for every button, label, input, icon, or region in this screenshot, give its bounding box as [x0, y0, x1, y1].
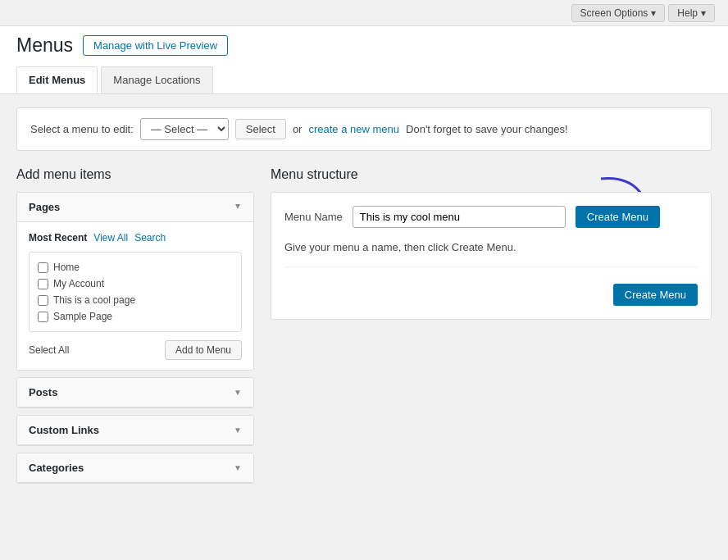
page-title: Menus — [16, 34, 73, 57]
list-item: My Account — [38, 275, 233, 292]
tabs-container: Edit Menus Manage Locations — [16, 66, 712, 93]
pages-collapse-icon: ▲ — [234, 203, 242, 212]
list-item: Home — [38, 259, 233, 275]
sub-tab-view-all[interactable]: View All — [93, 232, 128, 244]
page-header: Menus Manage with Live Preview Edit Menu… — [0, 26, 728, 94]
screen-options-label: Screen Options — [580, 7, 648, 19]
select-menu-bar: Select a menu to edit: — Select — Select… — [16, 107, 712, 151]
help-label: Help — [677, 7, 698, 19]
page-label-my-account: My Account — [53, 278, 104, 289]
select-all-link[interactable]: Select All — [29, 344, 69, 356]
sub-tab-search[interactable]: Search — [134, 232, 166, 244]
tab-edit-menus[interactable]: Edit Menus — [16, 66, 98, 93]
page-checkbox-cool-page[interactable] — [38, 295, 48, 306]
menu-name-row: Menu Name Create Menu — [284, 206, 698, 228]
pages-accordion-header[interactable]: Pages ▲ — [17, 193, 253, 222]
add-to-menu-button[interactable]: Add to Menu — [165, 340, 242, 360]
create-new-menu-link[interactable]: create a new menu — [308, 123, 399, 135]
posts-accordion-header[interactable]: Posts ▼ — [17, 378, 253, 407]
menu-structure-box: Menu Name Create Menu Give your menu a n… — [271, 192, 712, 320]
page-checkbox-home[interactable] — [38, 262, 48, 273]
posts-accordion-label: Posts — [29, 386, 57, 398]
list-item: This is a cool page — [38, 292, 233, 308]
list-item: Sample Page — [38, 308, 233, 325]
page-checkbox-sample-page[interactable] — [38, 312, 48, 322]
categories-accordion-label: Categories — [29, 462, 84, 474]
add-menu-items-panel: Add menu items Pages ▲ Most Recent View … — [16, 167, 254, 490]
select-menu-button[interactable]: Select — [235, 119, 286, 139]
menu-structure-panel: Menu structure Menu Name Create Menu — [271, 167, 712, 320]
pages-list: Home My Account This is a cool page — [29, 252, 242, 332]
select-menu-label: Select a menu to edit: — [30, 123, 134, 135]
pages-accordion-body: Most Recent View All Search Home My Acco… — [17, 222, 253, 370]
pages-accordion-label: Pages — [29, 201, 60, 213]
create-menu-button-top[interactable]: Create Menu — [576, 206, 660, 228]
top-bar: Screen Options ▾ Help ▾ — [0, 0, 728, 26]
tab-manage-locations[interactable]: Manage Locations — [101, 66, 212, 93]
menu-hint-text: Give your menu a name, then click Create… — [284, 241, 698, 267]
page-label-cool-page: This is a cool page — [53, 294, 135, 306]
main-content: Select a menu to edit: — Select — Select… — [0, 94, 728, 503]
pages-sub-tabs: Most Recent View All Search — [29, 232, 242, 244]
create-menu-footer: Create Menu — [284, 284, 698, 306]
two-column-layout: Add menu items Pages ▲ Most Recent View … — [16, 167, 712, 490]
custom-links-accordion-label: Custom Links — [29, 424, 99, 436]
menu-name-label: Menu Name — [284, 211, 343, 223]
menu-select-dropdown[interactable]: — Select — — [140, 118, 229, 140]
screen-options-chevron-icon: ▾ — [651, 7, 656, 19]
pages-accordion-footer: Select All Add to Menu — [29, 340, 242, 360]
custom-links-accordion-header[interactable]: Custom Links ▼ — [17, 416, 253, 445]
pages-accordion: Pages ▲ Most Recent View All Search Hom — [16, 192, 254, 371]
help-chevron-icon: ▾ — [701, 7, 706, 19]
custom-links-expand-icon: ▼ — [234, 426, 242, 435]
or-text: or — [293, 123, 303, 135]
page-checkbox-my-account[interactable] — [38, 279, 48, 289]
page-label-sample-page: Sample Page — [53, 311, 112, 322]
categories-accordion-header[interactable]: Categories ▼ — [17, 453, 253, 483]
reminder-text: Don't forget to save your changes! — [406, 123, 568, 135]
posts-accordion: Posts ▼ — [16, 377, 254, 408]
page-label-home: Home — [53, 262, 80, 273]
help-button[interactable]: Help ▾ — [668, 4, 715, 22]
categories-accordion: Categories ▼ — [16, 453, 254, 484]
screen-options-button[interactable]: Screen Options ▾ — [571, 4, 666, 22]
posts-expand-icon: ▼ — [234, 388, 242, 397]
menu-name-input[interactable] — [353, 206, 566, 228]
create-menu-button-bottom[interactable]: Create Menu — [613, 284, 698, 306]
custom-links-accordion: Custom Links ▼ — [16, 415, 254, 446]
categories-expand-icon: ▼ — [234, 463, 242, 472]
sub-tab-most-recent[interactable]: Most Recent — [29, 232, 87, 244]
add-menu-items-title: Add menu items — [16, 167, 254, 182]
live-preview-button[interactable]: Manage with Live Preview — [83, 35, 228, 56]
